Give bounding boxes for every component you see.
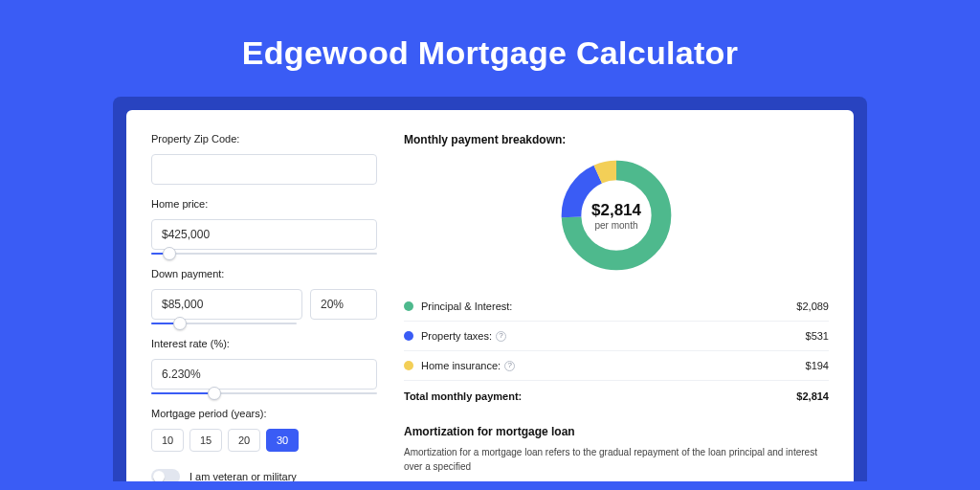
- down-payment-input[interactable]: [151, 289, 302, 320]
- period-segmented-control: 10152030: [151, 429, 377, 452]
- legend-row: Property taxes:?$531: [404, 322, 829, 351]
- period-label: Mortgage period (years):: [151, 408, 377, 419]
- total-value: $2,814: [796, 390, 829, 402]
- donut-chart: $2,814 per month: [557, 156, 676, 275]
- legend-row: Home insurance:?$194: [404, 351, 829, 381]
- down-payment-slider[interactable]: [151, 323, 297, 324]
- veteran-toggle[interactable]: [151, 469, 180, 481]
- rate-label: Interest rate (%):: [151, 338, 377, 349]
- down-payment-pct-input[interactable]: [310, 289, 377, 320]
- donut-center-amount: $2,814: [591, 201, 641, 220]
- legend-value: $194: [806, 360, 829, 371]
- zip-input[interactable]: [151, 154, 377, 185]
- rate-slider[interactable]: [151, 392, 377, 394]
- info-icon[interactable]: ?: [496, 331, 506, 342]
- legend-list: Principal & Interest:$2,089Property taxe…: [404, 292, 829, 381]
- donut-chart-wrap: $2,814 per month: [404, 156, 829, 275]
- legend-row: Principal & Interest:$2,089: [404, 292, 829, 322]
- zip-label: Property Zip Code:: [151, 133, 377, 145]
- total-label: Total monthly payment:: [404, 390, 796, 402]
- total-row: Total monthly payment: $2,814: [404, 381, 829, 415]
- donut-center-sub: per month: [594, 220, 637, 231]
- amortization-title: Amortization for mortgage loan: [404, 425, 829, 438]
- breakdown-title: Monthly payment breakdown:: [404, 133, 829, 146]
- calculator-panel: Property Zip Code: Home price: Down paym…: [126, 110, 854, 481]
- home-price-input[interactable]: [151, 219, 377, 250]
- legend-dot-icon: [404, 301, 413, 311]
- legend-value: $2,089: [796, 301, 829, 312]
- rate-field-group: Interest rate (%):: [151, 338, 377, 394]
- info-icon[interactable]: ?: [504, 361, 515, 371]
- rate-input[interactable]: [151, 359, 377, 390]
- legend-dot-icon: [404, 331, 413, 341]
- down-payment-label: Down payment:: [151, 268, 377, 279]
- home-price-slider-thumb[interactable]: [163, 247, 176, 260]
- legend-dot-icon: [404, 361, 413, 370]
- veteran-toggle-label: I am veteran or military: [189, 471, 297, 481]
- legend-label: Principal & Interest:: [421, 301, 796, 312]
- period-field-group: Mortgage period (years): 10152030: [151, 408, 377, 452]
- page-title: Edgewood Mortgage Calculator: [0, 0, 980, 97]
- rate-slider-thumb[interactable]: [208, 387, 221, 400]
- breakdown-column: Monthly payment breakdown: $2,814 per mo…: [404, 133, 829, 481]
- zip-field-group: Property Zip Code:: [151, 133, 377, 185]
- home-price-slider[interactable]: [151, 253, 377, 255]
- period-option-15[interactable]: 15: [189, 429, 222, 452]
- calculator-panel-frame: Property Zip Code: Home price: Down paym…: [113, 97, 867, 481]
- home-price-field-group: Home price:: [151, 198, 377, 255]
- home-price-label: Home price:: [151, 198, 377, 210]
- legend-label: Home insurance:?: [421, 360, 806, 371]
- amortization-text: Amortization for a mortgage loan refers …: [404, 446, 829, 474]
- period-option-30[interactable]: 30: [266, 429, 299, 452]
- veteran-toggle-row: I am veteran or military: [151, 469, 377, 481]
- period-option-20[interactable]: 20: [228, 429, 260, 452]
- period-option-10[interactable]: 10: [151, 429, 184, 452]
- legend-value: $531: [806, 330, 829, 342]
- down-payment-slider-thumb[interactable]: [173, 317, 187, 330]
- form-column: Property Zip Code: Home price: Down paym…: [151, 133, 377, 481]
- down-payment-field-group: Down payment:: [151, 268, 377, 324]
- legend-label: Property taxes:?: [421, 330, 806, 342]
